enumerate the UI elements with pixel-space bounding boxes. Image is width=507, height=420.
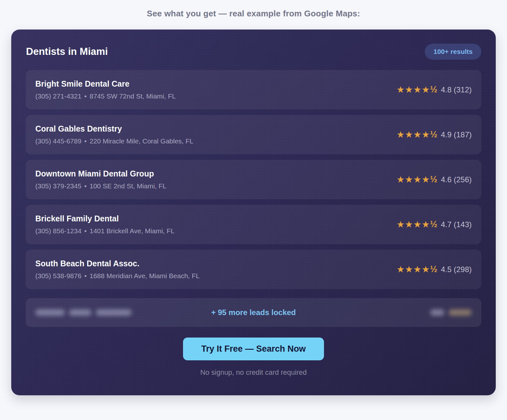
star-icons: ★★★★ [397,219,430,230]
meta-separator: • [84,182,87,190]
business-meta: (305) 856-1234•1401 Brickell Ave, Miami,… [35,227,175,235]
star-icons: ★★★★ [397,264,430,275]
locked-leads-row: + 95 more leads locked [26,298,481,327]
half-star-icon: ½ [430,130,437,140]
business-meta: (305) 538-9876•1688 Meridian Ave, Miami … [35,272,200,280]
listing-info: Downtown Miami Dental Group (305) 379-23… [35,169,166,190]
listing-info: Bright Smile Dental Care (305) 271-4321•… [35,79,176,100]
blurred-lead-preview-right [296,309,472,316]
business-phone: (305) 538-9876 [35,272,82,279]
meta-separator: • [84,137,87,145]
listing-info: Coral Gables Dentistry (305) 445-6789•22… [35,124,193,145]
section-headline: See what you get — real example from Goo… [0,0,507,19]
meta-separator: • [84,227,87,235]
business-meta: (305) 445-6789•220 Miracle Mile, Coral G… [35,137,193,145]
cta-subtext: No signup, no credit card required [26,368,481,377]
blurred-text-blob [430,309,444,316]
business-phone: (305) 445-6789 [35,137,82,145]
listing-info: South Beach Dental Assoc. (305) 538-9876… [35,259,200,280]
blurred-rating-blob [449,309,472,316]
rating-block: ★★★★ ½ 4.9 (187) [397,129,472,140]
star-icons: ★★★★ [397,174,430,185]
business-name: Downtown Miami Dental Group [35,169,166,178]
rating-score: 4.6 (256) [441,175,472,184]
listing-row[interactable]: Brickell Family Dental (305) 856-1234•14… [26,205,481,244]
listing-row[interactable]: Downtown Miami Dental Group (305) 379-23… [26,160,481,199]
listing-row[interactable]: South Beach Dental Assoc. (305) 538-9876… [26,250,481,289]
try-it-free-button[interactable]: Try It Free — Search Now [183,338,324,360]
business-name: Brickell Family Dental [35,214,175,223]
half-star-icon: ½ [430,219,437,229]
business-address: 8745 SW 72nd St, Miami, FL [90,92,176,100]
meta-separator: • [84,272,87,279]
card-title: Dentists in Miami [26,46,108,57]
rating-score: 4.8 (312) [441,85,472,94]
business-meta: (305) 379-2345•100 SE 2nd St, Miami, FL [35,182,166,190]
star-icons: ★★★★ [397,84,430,95]
business-name: Coral Gables Dentistry [35,124,193,133]
rating-block: ★★★★ ½ 4.8 (312) [397,84,472,95]
business-address: 1401 Brickell Ave, Miami, FL [90,227,175,235]
blurred-text-blob [35,309,65,316]
card-header: Dentists in Miami 100+ results [26,44,481,60]
rating-score: 4.9 (187) [441,130,472,139]
results-count-badge: 100+ results [425,44,481,60]
rating-score: 4.5 (298) [441,265,472,274]
listing-info: Brickell Family Dental (305) 856-1234•14… [35,214,175,235]
rating-score: 4.7 (143) [441,220,472,229]
business-phone: (305) 379-2345 [35,182,82,190]
rating-block: ★★★★ ½ 4.6 (256) [397,174,472,185]
star-icons: ★★★★ [397,129,430,140]
business-address: 1688 Meridian Ave, Miami Beach, FL [90,272,200,279]
business-meta: (305) 271-4321•8745 SW 72nd St, Miami, F… [35,92,176,100]
results-card: Dentists in Miami 100+ results Bright Sm… [11,30,496,395]
rating-block: ★★★★ ½ 4.5 (298) [397,264,472,275]
rating-block: ★★★★ ½ 4.7 (143) [397,219,472,230]
locked-leads-link[interactable]: + 95 more leads locked [211,308,296,317]
half-star-icon: ½ [430,85,437,95]
meta-separator: • [84,92,87,100]
business-address: 220 Miracle Mile, Coral Gables, FL [90,137,193,145]
business-phone: (305) 856-1234 [35,227,82,235]
business-phone: (305) 271-4321 [35,92,82,100]
blurred-text-blob [96,309,132,316]
business-name: South Beach Dental Assoc. [35,259,200,268]
cta-section: Try It Free — Search Now [26,338,481,360]
listing-row[interactable]: Coral Gables Dentistry (305) 445-6789•22… [26,115,481,154]
blurred-lead-preview-left [35,309,211,316]
half-star-icon: ½ [430,175,437,184]
half-star-icon: ½ [430,264,437,274]
business-address: 100 SE 2nd St, Miami, FL [90,182,166,190]
business-name: Bright Smile Dental Care [35,79,176,89]
listing-row[interactable]: Bright Smile Dental Care (305) 271-4321•… [26,70,481,109]
blurred-text-blob [69,309,92,316]
